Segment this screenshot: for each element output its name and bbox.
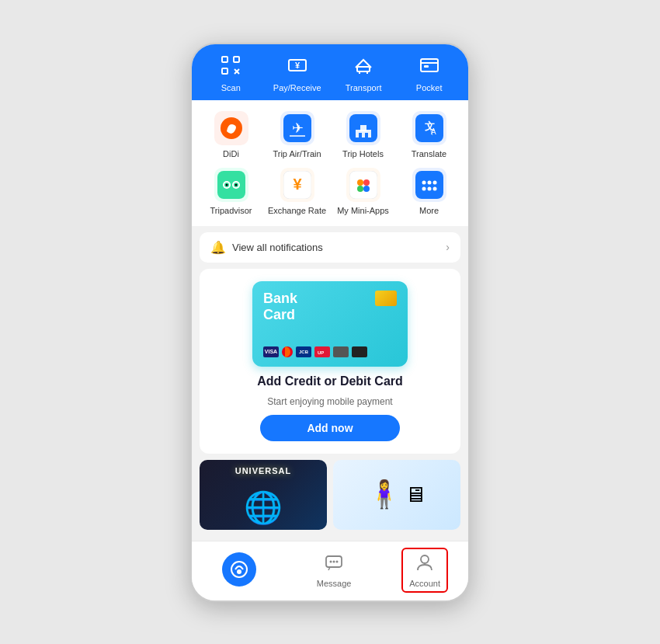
tripadvisor-label: Tripadvisor [210,206,252,215]
quick-item-trip-air[interactable]: ✈ Trip Air/Train [266,111,328,158]
promo-universal[interactable]: UNIVERSAL 🌐 [200,460,327,530]
account-icon [415,552,435,577]
mastercard-logo [282,346,293,357]
translate-label: Translate [412,149,446,158]
quick-actions-section: DiDi ✈ Trip Air/Train [192,100,468,226]
notif-left: 🔔 View all notifications [210,240,323,255]
universal-inner: UNIVERSAL 🌐 [200,460,327,530]
svg-rect-2 [222,68,228,74]
card-logos: VISA JCB UP [263,346,397,357]
nav-scan[interactable]: Scan [207,55,254,92]
svg-point-32 [234,183,237,186]
top-nav-bar: Scan ¥ Pay/Receive Transport [192,44,468,100]
svg-rect-0 [222,57,228,62]
svg-text:¥: ¥ [293,176,302,193]
svg-point-42 [427,180,431,184]
quick-item-didi[interactable]: DiDi [200,111,262,158]
pocket-icon [419,55,439,80]
message-label: Message [317,579,352,588]
scan-label: Scan [221,83,241,92]
svg-point-53 [336,560,339,562]
alipay-home-icon [222,552,256,587]
svg-rect-40 [415,171,443,199]
main-content: DiDi ✈ Trip Air/Train [192,100,468,541]
pay-receive-icon: ¥ [287,55,307,80]
nav-pay-receive[interactable]: ¥ Pay/Receive [273,55,321,92]
pocket-label: Pocket [416,83,443,92]
visa-logo: VISA [263,346,279,357]
svg-point-43 [432,180,436,184]
svg-rect-7 [357,67,370,71]
svg-text:✈: ✈ [291,120,303,136]
nav-message[interactable]: Message [307,552,361,588]
svg-point-46 [432,186,436,190]
quick-item-tripadvisor[interactable]: Tripadvisor [200,168,262,215]
mini-apps-label: My Mini-Apps [337,206,389,215]
svg-rect-20 [359,133,362,138]
card-top: BankCard [263,291,397,324]
nav-home[interactable] [212,552,266,588]
didi-label: DiDi [223,149,239,158]
universal-text: UNIVERSAL [200,466,327,475]
kiosk-machine-icon: 🖥 [405,482,426,507]
account-label: Account [409,579,440,588]
quick-item-more[interactable]: More [398,168,460,215]
promo-kiosk[interactable]: 🧍‍♀️ 🖥 [333,460,460,530]
svg-text:A: A [431,127,436,136]
svg-point-38 [357,186,363,192]
svg-rect-19 [360,125,366,131]
svg-point-45 [427,186,431,190]
scan-icon [221,55,241,80]
svg-point-54 [421,555,429,563]
svg-point-39 [363,186,370,192]
svg-rect-21 [365,133,368,138]
quick-item-translate[interactable]: 文 A Translate [398,111,460,158]
svg-text:¥: ¥ [295,61,300,70]
notifications-bar[interactable]: 🔔 View all notifications › [200,232,460,263]
add-card-heading: Add Credit or Debit Card [257,374,403,388]
svg-point-31 [225,183,228,186]
nav-account[interactable]: Account [401,548,448,593]
svg-point-36 [357,179,363,186]
trip-hotels-label: Trip Hotels [342,149,384,158]
globe-icon: 🌐 [244,489,283,526]
pay-receive-label: Pay/Receive [273,83,321,92]
kiosk-inner: 🧍‍♀️ 🖥 [333,460,460,530]
quick-item-exchange[interactable]: ¥ Exchange Rate [266,168,328,215]
add-card-subtext: Start enjoying mobile payment [267,396,392,407]
svg-point-37 [363,179,370,186]
nav-pocket[interactable]: Pocket [406,55,453,92]
quick-item-mini-apps[interactable]: My Mini-Apps [332,168,394,215]
bottom-nav: Message Account [192,541,468,600]
jcb-logo: JCB [296,346,311,357]
card-chip [375,291,397,306]
svg-point-41 [422,180,426,184]
bell-icon: 🔔 [210,240,226,255]
bank-card-section: BankCard VISA JCB UP Add Credit or Deb [200,269,460,454]
person-icon: 🧍‍♀️ [367,479,401,510]
transport-icon [353,55,373,80]
other-logo-1 [333,346,349,357]
transport-label: Transport [346,83,382,92]
chevron-right-icon: › [446,241,450,253]
svg-rect-10 [421,59,438,71]
add-now-button[interactable]: Add now [260,415,399,441]
svg-point-44 [422,186,426,190]
quick-grid: DiDi ✈ Trip Air/Train [200,111,460,215]
trip-air-label: Trip Air/Train [273,149,321,158]
message-icon [324,552,344,577]
quick-item-trip-hotels[interactable]: Trip Hotels [332,111,394,158]
more-label: More [419,206,439,215]
svg-rect-26 [217,171,245,199]
union-logo: UP [314,346,330,357]
notif-text: View all notifications [232,242,323,253]
svg-point-51 [330,560,332,562]
nav-transport[interactable]: Transport [340,55,387,92]
svg-text:UP: UP [318,350,324,355]
svg-rect-1 [234,57,239,62]
exchange-rate-label: Exchange Rate [268,206,326,215]
card-title: BankCard [263,291,297,324]
bank-card-visual: BankCard VISA JCB UP [252,281,408,367]
svg-rect-35 [349,171,377,199]
svg-point-52 [333,560,335,562]
